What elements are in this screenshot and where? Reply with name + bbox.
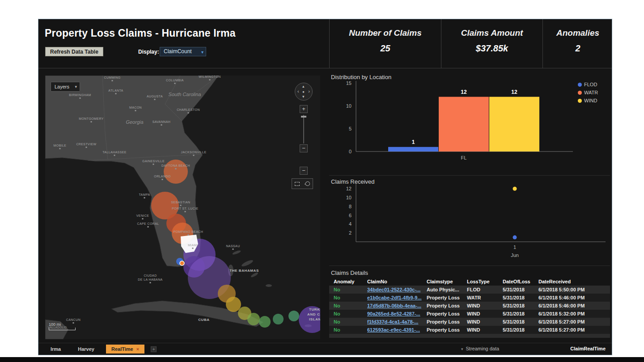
refresh-data-button[interactable]: Refresh Data Table bbox=[45, 47, 103, 56]
claims-type-cell: Property Loss bbox=[427, 310, 467, 318]
map-city-label: AUGUSTA bbox=[147, 95, 163, 98]
legend-item-watr[interactable]: WATR bbox=[578, 90, 598, 95]
claims-type-cell: Property Loss bbox=[427, 326, 467, 334]
map-panel[interactable]: GeorgiaSouth CarolinaCUMMINGWILMINGTONCO… bbox=[45, 76, 320, 339]
pan-right-icon[interactable]: › bbox=[308, 89, 310, 93]
chevron-down-icon: ▾ bbox=[461, 347, 463, 351]
city-marker bbox=[188, 234, 189, 236]
panel-title: Distribution by Location bbox=[331, 74, 391, 80]
tab-irma[interactable]: Irma bbox=[45, 345, 66, 354]
lasso-select-icon[interactable] bbox=[305, 181, 311, 187]
storm-track-bubble[interactable] bbox=[247, 313, 260, 325]
footer-bar: IrmaHarveyRealTime×+ ▾Streaming data Cla… bbox=[38, 343, 612, 355]
claim-no-link[interactable]: 90a265ed-8e52-4287-... bbox=[367, 310, 427, 318]
bar-wind[interactable] bbox=[489, 97, 539, 152]
display-dropdown[interactable]: ClaimCount ▾ bbox=[160, 47, 206, 56]
tab-strip: IrmaHarveyRealTime×+ bbox=[45, 345, 157, 354]
svg-text:4: 4 bbox=[349, 221, 352, 227]
city-marker bbox=[192, 248, 194, 249]
column-header-claimstype[interactable]: Claimstype bbox=[427, 278, 467, 286]
storm-track-bubble[interactable] bbox=[273, 314, 284, 324]
claim-no-link[interactable]: f1fd337d-4ca1-4a78-... bbox=[367, 318, 427, 326]
svg-text:5: 5 bbox=[349, 126, 352, 131]
legend-item-wind[interactable]: WIND bbox=[578, 98, 598, 103]
storm-track-bubble[interactable] bbox=[164, 160, 188, 184]
claim-no-link[interactable]: 34bdec01-2522-430c-... bbox=[367, 286, 427, 294]
table-row[interactable]: No90a265ed-8e52-4287-...Property LossWIN… bbox=[329, 310, 610, 318]
storm-track-bubble[interactable] bbox=[259, 316, 271, 328]
table-row[interactable]: Noe1b0cabe-2df1-4fb9-9...Property LossWA… bbox=[329, 294, 610, 302]
map-water-label: CUBA bbox=[198, 318, 210, 322]
claim-no-link[interactable]: 17d5d87b-06bb-4eaa-... bbox=[367, 302, 427, 310]
anomaly-cell: No bbox=[334, 326, 367, 334]
map-city-label: JACKSONVILLE bbox=[181, 151, 207, 154]
rectangle-select-icon[interactable] bbox=[295, 182, 300, 186]
zoom-slider-track[interactable] bbox=[303, 115, 304, 143]
close-tab-icon[interactable]: × bbox=[136, 346, 139, 352]
layers-button[interactable]: Layers ▾ bbox=[51, 82, 80, 92]
claims-details-panel: Claims Details AnomalyClaimNoClaimstypeL… bbox=[329, 268, 610, 343]
tab-label: Harvey bbox=[78, 346, 94, 352]
scatter-chart: 246810121Jun bbox=[329, 177, 610, 266]
scatter-point-flod[interactable] bbox=[513, 236, 517, 240]
map-scale: 100 mi bbox=[49, 322, 76, 330]
scatter-point-wind[interactable] bbox=[513, 187, 517, 191]
kpi-value: $37.85k bbox=[441, 43, 542, 54]
column-header-anomaly[interactable]: Anomaly bbox=[334, 278, 367, 286]
loss-type-cell: WIND bbox=[467, 326, 503, 334]
x-axis-tick: 1 bbox=[513, 244, 516, 250]
claim-no-link[interactable]: 612593ac-e9ec-4391-... bbox=[367, 326, 427, 334]
streaming-status-label: Streaming data bbox=[466, 346, 500, 351]
city-marker bbox=[148, 226, 149, 227]
city-marker bbox=[209, 79, 211, 80]
pan-up-icon[interactable]: ▴ bbox=[302, 84, 305, 88]
column-header-claimno[interactable]: ClaimNo bbox=[367, 278, 427, 286]
compass-center-icon[interactable]: ● bbox=[302, 90, 305, 94]
table-row[interactable]: No34bdec01-2522-430c-...Auto Physic...FL… bbox=[329, 286, 610, 294]
bar-watr[interactable] bbox=[439, 97, 489, 152]
city-marker bbox=[150, 282, 151, 283]
claim-no-link[interactable]: e1b0cabe-2df1-4fb9-9... bbox=[367, 294, 427, 302]
legend-color-dot bbox=[578, 83, 582, 87]
pan-down-icon[interactable]: ▾ bbox=[302, 95, 305, 99]
tab-realtime[interactable]: RealTime× bbox=[106, 345, 144, 354]
legend-item-flod[interactable]: FLOD bbox=[578, 82, 598, 87]
storm-track-bubble[interactable] bbox=[288, 311, 299, 321]
zoom-out-button[interactable]: − bbox=[300, 144, 308, 152]
storm-track-bubble[interactable] bbox=[180, 261, 184, 265]
bar-flod[interactable] bbox=[388, 147, 438, 152]
map-city-label: BIRMINGHAM bbox=[69, 93, 91, 97]
column-header-losstype[interactable]: LossType bbox=[467, 278, 503, 286]
table-row[interactable]: Nof1fd337d-4ca1-4a78-...Property LossWIN… bbox=[329, 318, 610, 326]
collapse-controls-button[interactable]: − bbox=[300, 167, 308, 175]
date-received-cell: 6/1/2018 5:46:00 PM bbox=[538, 302, 606, 310]
map-city-label: MONTGOMERY bbox=[79, 117, 104, 120]
kpi-label: Claims Amount bbox=[441, 28, 542, 38]
zoom-in-button[interactable]: + bbox=[300, 105, 308, 113]
chart-legend: FLODWATRWIND bbox=[578, 82, 598, 106]
claims-type-cell: Property Loss bbox=[427, 302, 467, 310]
city-marker bbox=[161, 124, 162, 126]
pan-left-icon[interactable]: ‹ bbox=[297, 89, 299, 93]
claims-table: AnomalyClaimNoClaimstypeLossTypeDateOfLo… bbox=[329, 278, 610, 338]
tab-harvey[interactable]: Harvey bbox=[72, 345, 100, 354]
map-city-label: ORLANDO bbox=[154, 175, 171, 178]
column-header-dateofloss[interactable]: DateOfLoss bbox=[503, 278, 538, 286]
loss-type-cell: WIND bbox=[467, 318, 503, 326]
storm-track-bubble[interactable] bbox=[226, 297, 241, 312]
city-marker bbox=[80, 97, 81, 99]
table-row[interactable]: No17d5d87b-06bb-4eaa-...Property LossWIN… bbox=[329, 302, 610, 310]
svg-text:10: 10 bbox=[346, 195, 352, 200]
city-marker bbox=[175, 168, 177, 169]
kpi-label: Number of Claims bbox=[330, 28, 441, 38]
table-row[interactable]: No612593ac-e9ec-4391-...Property LossWIN… bbox=[329, 326, 610, 334]
city-marker bbox=[135, 110, 136, 111]
map-canvas[interactable]: GeorgiaSouth CarolinaCUMMINGWILMINGTONCO… bbox=[45, 76, 320, 339]
map-compass-control[interactable]: ▴ ▾ ‹ › ● bbox=[295, 83, 313, 101]
anomaly-cell: No bbox=[334, 310, 367, 318]
column-header-datereceived[interactable]: DateReceived bbox=[538, 278, 606, 286]
zoom-slider-handle[interactable] bbox=[301, 116, 306, 118]
map-selection-tools bbox=[292, 178, 313, 189]
table-row-partial[interactable] bbox=[329, 334, 610, 338]
add-tab-button[interactable]: + bbox=[151, 346, 157, 352]
